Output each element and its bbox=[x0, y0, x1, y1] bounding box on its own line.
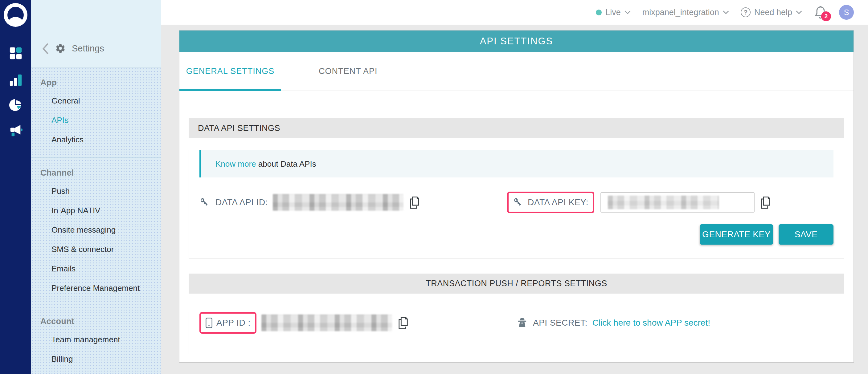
notification-badge: 2 bbox=[821, 11, 831, 21]
brand-user-logo-icon[interactable] bbox=[4, 3, 27, 27]
transaction-settings-section: TRANSACTION PUSH / REPORTS SETTINGS APP … bbox=[189, 274, 844, 354]
dashboard-grid-icon[interactable] bbox=[9, 46, 23, 60]
campaigns-megaphone-icon[interactable] bbox=[9, 124, 23, 138]
help-dropdown[interactable]: ? Need help bbox=[741, 7, 802, 17]
data-api-row: DATA API ID: bbox=[199, 192, 834, 213]
settings-sidebar: Settings App General APIs Analytics Chan… bbox=[31, 0, 161, 374]
sidebar-item-inapp-nativ[interactable]: In-App NATIV bbox=[40, 201, 161, 220]
data-api-key-input[interactable] bbox=[600, 192, 754, 212]
save-button[interactable]: SAVE bbox=[779, 224, 834, 245]
api-secret-label: API SECRET: bbox=[533, 318, 588, 328]
show-app-secret-link[interactable]: Click here to show APP secret! bbox=[592, 318, 710, 328]
segments-pie-icon[interactable] bbox=[9, 98, 23, 112]
project-label: mixpanel_integration bbox=[642, 8, 719, 17]
chevron-down-icon bbox=[796, 10, 802, 14]
sidebar-section-app: App General APIs Analytics bbox=[31, 67, 161, 158]
section-body: Know more about Data APIs DATA API ID: bbox=[189, 150, 844, 259]
sidebar-item-analytics[interactable]: Analytics bbox=[40, 130, 161, 149]
data-api-key-field: DATA API KEY: bbox=[507, 192, 772, 213]
sidebar-item-apis[interactable]: APIs bbox=[40, 111, 161, 130]
question-circle-icon: ? bbox=[741, 7, 750, 17]
api-settings-card: API SETTINGS GENERAL SETTINGS CONTENT AP… bbox=[179, 30, 854, 363]
copy-icon[interactable] bbox=[408, 196, 421, 209]
sidebar-title: Settings bbox=[72, 43, 104, 54]
sidebar-item-push[interactable]: Push bbox=[40, 181, 161, 201]
generate-key-button[interactable]: GENERATE KEY bbox=[700, 224, 773, 245]
copy-icon[interactable] bbox=[760, 196, 772, 209]
app-id-label: APP ID : bbox=[216, 318, 251, 328]
info-banner: Know more about Data APIs bbox=[199, 150, 834, 177]
sidebar-header: Settings bbox=[31, 0, 161, 67]
button-row: GENERATE KEY SAVE bbox=[199, 224, 834, 258]
analytics-bars-icon[interactable] bbox=[9, 73, 23, 87]
sidebar-item-onsite-messaging[interactable]: Onsite messaging bbox=[40, 220, 161, 240]
sidebar-section-account: Account Team management Billing bbox=[31, 306, 161, 374]
sidebar-item-billing[interactable]: Billing bbox=[40, 349, 161, 369]
app-root: Settings App General APIs Analytics Chan… bbox=[0, 0, 868, 374]
notifications-button[interactable]: 2 bbox=[814, 5, 827, 20]
tab-general-settings[interactable]: GENERAL SETTINGS bbox=[179, 52, 281, 91]
project-dropdown[interactable]: mixpanel_integration bbox=[642, 8, 729, 17]
back-chevron-icon[interactable] bbox=[42, 43, 49, 54]
redacted-app-id-value bbox=[261, 314, 392, 331]
live-status-dot bbox=[596, 9, 602, 15]
sidebar-item-sms-connector[interactable]: SMS & connector bbox=[40, 240, 161, 259]
sidebar-item-general[interactable]: General bbox=[40, 91, 161, 111]
sidebar-section-channel: Channel Push In-App NATIV Onsite messagi… bbox=[31, 158, 161, 306]
banner-text: about Data APIs bbox=[256, 159, 316, 169]
copy-icon[interactable] bbox=[397, 316, 409, 329]
data-api-id-field: DATA API ID: bbox=[199, 194, 421, 211]
sidebar-item-team-management[interactable]: Team management bbox=[40, 330, 161, 349]
topbar: Live mixpanel_integration ? Need help bbox=[161, 0, 868, 25]
data-api-id-label: DATA API ID: bbox=[215, 198, 268, 207]
section-header: TRANSACTION PUSH / REPORTS SETTINGS bbox=[189, 274, 844, 294]
sidebar-item-preference-management[interactable]: Preference Management bbox=[40, 278, 161, 298]
tab-bar: GENERAL SETTINGS CONTENT API bbox=[179, 52, 854, 91]
chevron-down-icon bbox=[624, 10, 631, 14]
sidebar-section-label: Account bbox=[40, 317, 161, 326]
phone-icon bbox=[205, 317, 213, 329]
chevron-down-icon bbox=[723, 10, 729, 14]
tab-content-api[interactable]: CONTENT API bbox=[319, 52, 378, 91]
key-icon bbox=[199, 197, 211, 208]
redacted-data-api-id-value bbox=[273, 194, 403, 211]
redacted-data-api-key-value bbox=[608, 196, 719, 209]
sidebar-item-emails[interactable]: Emails bbox=[40, 259, 161, 278]
highlight-box-app-id: APP ID : bbox=[199, 312, 256, 334]
data-api-settings-section: DATA API SETTINGS Know more about Data A… bbox=[189, 118, 844, 259]
transaction-row: APP ID : bbox=[199, 312, 834, 334]
section-body: APP ID : bbox=[189, 312, 844, 354]
help-label: Need help bbox=[754, 8, 792, 17]
key-icon bbox=[513, 197, 524, 208]
icon-rail bbox=[0, 0, 31, 374]
app-id-field: APP ID : bbox=[199, 312, 409, 334]
spy-icon bbox=[516, 317, 528, 329]
main-content: API SETTINGS GENERAL SETTINGS CONTENT AP… bbox=[161, 25, 868, 374]
user-avatar[interactable]: S bbox=[839, 5, 854, 20]
data-api-key-label: DATA API KEY: bbox=[528, 198, 588, 207]
sidebar-section-label: App bbox=[40, 78, 161, 88]
gear-icon bbox=[55, 43, 66, 54]
sidebar-nav-list: App General APIs Analytics Channel Push … bbox=[31, 67, 161, 374]
section-header: DATA API SETTINGS bbox=[189, 118, 844, 138]
highlight-box-data-api-key: DATA API KEY: bbox=[507, 192, 594, 213]
api-secret-field: API SECRET: Click here to show APP secre… bbox=[516, 317, 710, 329]
sidebar-section-label: Channel bbox=[40, 168, 161, 178]
environment-dropdown[interactable]: Live bbox=[596, 8, 631, 17]
know-more-link[interactable]: Know more bbox=[215, 159, 256, 169]
environment-label: Live bbox=[606, 8, 621, 17]
page-title: API SETTINGS bbox=[179, 31, 854, 52]
